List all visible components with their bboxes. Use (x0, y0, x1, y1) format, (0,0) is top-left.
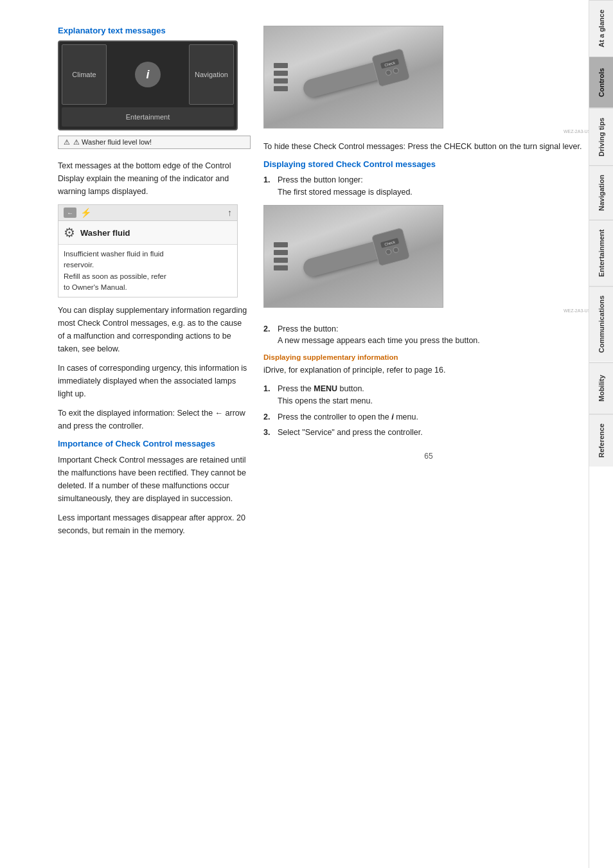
screen-entertainment-btn: Entertainment (62, 107, 234, 127)
exit-text: To exit the displayed information: Selec… (58, 407, 251, 432)
sup-list-item-3: 3. Select "Service" and press the contro… (263, 427, 594, 439)
message-item-title: Washer fluid (80, 228, 130, 238)
displaying-stored-heading: Displaying stored Check Control messages (263, 159, 594, 169)
sup-step1-sub: This opens the start menu. (278, 396, 373, 405)
explanatory-heading: Explanatory text messages (58, 26, 251, 35)
warning-bar: ⚠ ⚠ Washer fluid level low! (58, 136, 251, 149)
sup-step3-text: Select "Service" and press the controlle… (278, 428, 423, 437)
supplementary-intro: iDrive, for explanation of principle, re… (263, 364, 594, 376)
screen-info-icon: i (135, 62, 161, 87)
sup-list-item-2: 2. Press the controller to open the i me… (263, 411, 594, 423)
screen-mockup: Climate i Navigation Entertainment (58, 40, 238, 130)
tab-mobility[interactable]: Mobility (589, 362, 613, 414)
tab-at-a-glance[interactable]: At a glance (589, 0, 613, 57)
sup-step2-icon: i (391, 412, 393, 421)
displaying-supplementary-heading: Displaying supplementary information (263, 353, 594, 361)
list-num-2: 2. (263, 323, 272, 348)
sup-step1-bold: MENU (314, 384, 337, 393)
step2-text: Press the button: (278, 324, 339, 333)
sup-list-num-3: 3. (263, 427, 272, 439)
top-car-image-wrapper: Check (263, 26, 594, 134)
screen-navigation-btn: Navigation (189, 44, 234, 105)
sup-step1-end: button. (340, 384, 364, 393)
list-item-2: 2. Press the button: A new message appea… (263, 323, 594, 348)
page-number: 65 (263, 452, 594, 461)
sup-step2-end: menu. (396, 412, 418, 421)
step1-sub: The first stored message is displayed. (278, 188, 413, 197)
tab-reference[interactable]: Reference (589, 414, 613, 466)
stalk-image-bottom: Check (263, 205, 443, 308)
step1-text: Press the button longer: (278, 175, 363, 184)
displaying-stored-list: 1. Press the button longer: The first st… (263, 174, 594, 199)
sup-step2-text: Press the controller to open the (278, 412, 389, 421)
scroll-up-icon: ↑ (227, 208, 232, 218)
sup-list-num-1: 1. (263, 383, 272, 407)
side-tabs-container: At a glance Controls Driving tips Naviga… (589, 0, 613, 868)
message-icon-row: ⚙ Washer fluid (58, 221, 237, 245)
message-detail-box: ← ⚡ ↑ ⚙ Washer fluid Insufficient washer… (58, 204, 238, 297)
tab-driving-tips[interactable]: Driving tips (589, 108, 613, 166)
sup-step1-text: Press the (278, 384, 312, 393)
warning-triangle-icon: ⚠ (64, 138, 70, 146)
intro-text: Text messages at the bottom edge of the … (58, 159, 251, 198)
sup-list-item-1: 1. Press the MENU button. This opens the… (263, 383, 594, 407)
importance-heading: Importance of Check Control messages (58, 439, 251, 448)
importance-para1: Important Check Control messages are ret… (58, 454, 251, 505)
tab-entertainment[interactable]: Entertainment (589, 220, 613, 286)
supplementary-para2: In cases of corresponding urgency, this … (58, 362, 251, 400)
supplementary-para1: You can display supplementary informatio… (58, 304, 251, 355)
tab-controls[interactable]: Controls (589, 57, 613, 108)
list-item-1: 1. Press the button longer: The first st… (263, 174, 594, 199)
sup-list-num-2: 2. (263, 411, 272, 423)
stalk-image-top: Check (263, 26, 443, 128)
tab-navigation[interactable]: Navigation (589, 165, 613, 220)
bottom-car-image-wrapper: Check (263, 205, 594, 313)
step2-sub: A new message appears each time you pres… (278, 336, 480, 345)
hide-text: To hide these Check Control messages: Pr… (263, 140, 594, 153)
screen-climate-btn: Climate (62, 44, 107, 105)
message-box-body: Insufficient washer fluid in fluid reser… (58, 245, 237, 297)
supplementary-steps-list: 1. Press the MENU button. This opens the… (263, 383, 594, 439)
back-arrow-icon: ← (64, 208, 76, 218)
list-num-1: 1. (263, 174, 272, 199)
up-icon: ⚡ (80, 208, 91, 218)
tab-communications[interactable]: Communications (589, 286, 613, 362)
washer-fluid-icon: ⚙ (64, 225, 75, 240)
importance-para2: Less important messages disappear after … (58, 511, 251, 537)
step2-list: 2. Press the button: A new message appea… (263, 323, 594, 348)
